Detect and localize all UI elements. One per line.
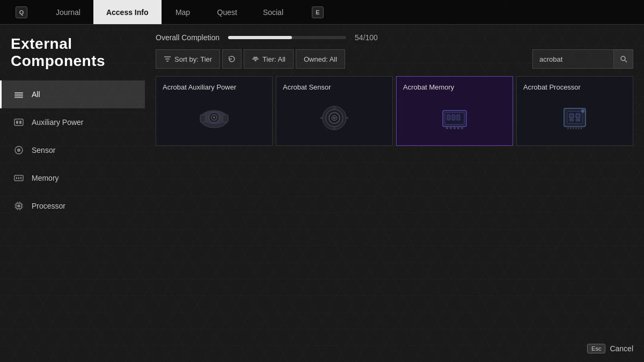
svg-rect-28 <box>254 60 257 61</box>
nav-q-key[interactable]: Q <box>0 0 43 24</box>
sidebar-item-processor[interactable]: Processor <box>0 192 145 220</box>
svg-rect-69 <box>581 109 584 113</box>
svg-rect-3 <box>14 119 23 125</box>
svg-rect-68 <box>581 127 582 129</box>
svg-rect-53 <box>450 127 452 129</box>
svg-rect-5 <box>19 121 21 124</box>
sensor-illustration <box>313 99 356 136</box>
item-image-auxiliary-power <box>163 95 266 139</box>
quest-label: Quest <box>217 8 237 17</box>
e-key-badge: E <box>312 6 324 18</box>
nav-item-map[interactable]: Map <box>162 0 204 24</box>
right-panel: Overall Completion 54/100 Sort by: Tier <box>145 25 644 362</box>
svg-rect-4 <box>16 121 18 124</box>
svg-rect-65 <box>573 127 574 129</box>
processor-icon <box>12 200 25 212</box>
item-image-processor <box>523 95 626 139</box>
svg-rect-66 <box>575 127 577 129</box>
item-name-sensor: Acrobat Sensor <box>283 83 386 91</box>
svg-rect-59 <box>569 114 574 118</box>
social-label: Social <box>263 8 283 17</box>
reset-button[interactable] <box>222 49 241 69</box>
svg-point-42 <box>333 116 336 119</box>
sidebar-item-auxiliary-power[interactable]: Auxiliary Power <box>0 108 145 136</box>
sidebar-item-sensor[interactable]: Sensor <box>0 136 145 164</box>
svg-rect-26 <box>252 58 259 60</box>
svg-rect-27 <box>253 57 258 58</box>
item-card-processor[interactable]: Acrobat Processor <box>516 76 633 146</box>
svg-rect-67 <box>578 127 580 129</box>
item-image-sensor <box>283 95 386 139</box>
item-name-auxiliary-power: Acrobat Auxiliary Power <box>163 83 266 91</box>
nav-item-social[interactable]: Social <box>250 0 296 24</box>
filter-row: Sort by: Tier Tier: All Owned: All <box>156 49 633 69</box>
sort-icon <box>164 55 171 63</box>
processor-illustration <box>553 99 596 136</box>
item-name-processor: Acrobat Processor <box>523 83 626 91</box>
memory-illustration <box>433 99 476 136</box>
svg-rect-11 <box>18 177 19 179</box>
nav-bar: Q Journal Access Info Map Quest Social E <box>0 0 644 25</box>
item-card-auxiliary-power[interactable]: Acrobat Auxiliary Power <box>156 76 273 146</box>
nav-e-key[interactable]: E <box>296 0 339 24</box>
svg-rect-61 <box>569 119 574 121</box>
completion-label: Overall Completion <box>156 33 219 42</box>
svg-rect-10 <box>16 177 17 179</box>
nav-item-access-info[interactable]: Access Info <box>93 0 162 24</box>
sort-button[interactable]: Sort by: Tier <box>156 49 220 69</box>
esc-cancel-button[interactable]: Esc Cancel <box>587 344 633 353</box>
completion-value: 54/100 <box>355 33 378 42</box>
svg-rect-2 <box>14 97 23 98</box>
item-card-memory[interactable]: Acrobat Memory <box>396 76 513 146</box>
svg-rect-64 <box>570 127 572 129</box>
svg-rect-36 <box>200 115 206 122</box>
svg-rect-56 <box>461 127 463 129</box>
item-image-memory <box>403 95 506 139</box>
svg-rect-63 <box>567 127 569 129</box>
svg-rect-44 <box>333 127 335 130</box>
svg-point-8 <box>18 150 19 151</box>
svg-rect-62 <box>576 119 580 121</box>
search-container <box>532 49 633 69</box>
power-icon <box>12 116 25 129</box>
svg-rect-43 <box>333 106 335 109</box>
journal-label: Journal <box>56 8 80 17</box>
tier-filter-button[interactable]: Tier: All <box>244 49 294 69</box>
svg-rect-45 <box>320 117 324 119</box>
svg-rect-49 <box>447 115 450 120</box>
svg-rect-55 <box>457 127 459 129</box>
nav-item-journal[interactable]: Journal <box>43 0 93 24</box>
svg-rect-54 <box>453 127 456 129</box>
sensor-icon <box>12 144 25 157</box>
search-button[interactable] <box>613 49 633 69</box>
search-input[interactable] <box>533 55 613 63</box>
nav-item-quest[interactable]: Quest <box>204 0 250 24</box>
svg-rect-14 <box>18 205 20 208</box>
progress-bar-fill <box>228 36 292 39</box>
item-name-memory: Acrobat Memory <box>403 83 506 91</box>
sidebar-aux-label: Auxiliary Power <box>32 118 83 127</box>
svg-rect-51 <box>457 115 460 120</box>
sidebar-item-all[interactable]: All <box>0 80 145 108</box>
esc-badge: Esc <box>587 344 605 353</box>
map-label: Map <box>175 8 190 17</box>
svg-line-30 <box>625 61 627 63</box>
memory-icon <box>12 172 25 184</box>
sidebar-all-label: All <box>32 90 40 99</box>
main-content: External Components All Auxiliary Power <box>0 25 644 362</box>
item-card-sensor[interactable]: Acrobat Sensor <box>276 76 393 146</box>
svg-point-37 <box>213 116 215 119</box>
owned-filter-button[interactable]: Owned: All <box>296 49 345 69</box>
sidebar-sensor-label: Sensor <box>32 146 55 154</box>
items-grid: Acrobat Auxiliary Power Acrobat Sensor <box>156 76 633 146</box>
page-title: External Components <box>0 35 145 80</box>
sidebar-item-memory[interactable]: Memory <box>0 164 145 192</box>
tier-label: Tier: All <box>262 55 286 63</box>
auxiliary-power-illustration <box>193 99 236 136</box>
svg-rect-52 <box>446 127 448 129</box>
svg-rect-35 <box>223 115 228 122</box>
svg-rect-50 <box>452 115 455 120</box>
q-key-badge: Q <box>16 6 27 18</box>
completion-row: Overall Completion 54/100 <box>156 33 633 42</box>
svg-rect-1 <box>14 94 23 96</box>
